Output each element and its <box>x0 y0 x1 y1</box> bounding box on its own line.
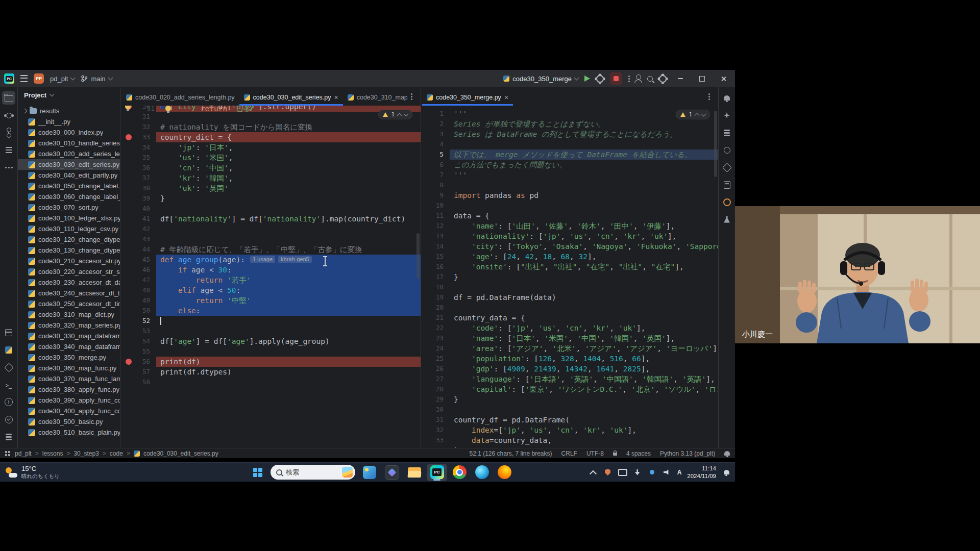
code-line[interactable]: 26 'gdp': [4909, 21439, 14342, 1641, 282… <box>421 364 718 374</box>
breadcrumb-item[interactable]: lessons <box>42 450 63 457</box>
edge-taskbar-icon[interactable] <box>472 464 492 481</box>
jupyter-tool-icon[interactable] <box>720 195 733 209</box>
project-file[interactable]: code30_250_accesor_dt_timedelta.py <box>18 298 120 309</box>
code-line[interactable]: 21country_data = { <box>421 313 718 323</box>
project-file[interactable]: code30_230_accesor_dt_datetime.py <box>18 277 120 288</box>
project-file[interactable]: code30_020_add_series_length.py <box>18 148 120 159</box>
code-with-me-icon[interactable] <box>636 74 641 80</box>
volume-status-tray-icon[interactable] <box>663 468 672 477</box>
editor-tab[interactable]: code30_310_map_dict <box>343 89 407 106</box>
project-file[interactable]: __init__.py <box>18 116 120 127</box>
code-line[interactable]: 13 'nationality': ['jp', 'us', 'cn', 'kr… <box>421 231 718 241</box>
python-packages-tool-icon[interactable] <box>2 326 15 339</box>
code-line[interactable]: 24 'area': ['アジア', '北米', 'アジア', 'アジア', '… <box>421 343 718 354</box>
more-actions-kebab-icon[interactable] <box>628 78 630 80</box>
code-line[interactable]: 58 <box>120 377 421 387</box>
code-line[interactable]: 10 <box>421 201 718 211</box>
more-tool-windows-tool-icon[interactable] <box>2 161 15 174</box>
run-configuration-selector[interactable]: code30_350_merge <box>503 75 578 83</box>
project-file[interactable]: code30_310_map_dict.py <box>18 309 120 320</box>
todo-tool-icon[interactable] <box>2 413 15 426</box>
maximize-button[interactable] <box>694 72 709 85</box>
notifications-bell-icon[interactable] <box>724 451 730 456</box>
python-console-tool-icon[interactable] <box>2 343 15 357</box>
tool-windows-grid-icon[interactable] <box>5 451 7 453</box>
project-file[interactable]: code30_330_map_dataframe.py <box>18 331 120 341</box>
code-line[interactable]: 51 return '古参' <box>125 106 131 109</box>
project-file[interactable]: code30_340_map_dataframe_res.py <box>18 341 120 352</box>
breadcrumb-item[interactable]: code <box>110 450 123 457</box>
taskbar-clock[interactable]: 11:14 2024/11/09 <box>687 465 716 480</box>
code-line[interactable]: 16 'onsite': ["出社", "出社", "在宅", "出社", "在… <box>421 262 718 272</box>
ime-indicator[interactable]: A <box>677 469 682 476</box>
code-line[interactable]: 45def age_group(age):1 usagekbrah-gen5 <box>120 255 421 265</box>
code-line[interactable]: 48 elif age < 50: <box>120 285 421 295</box>
code-line[interactable]: 3Series は DataFrame の列として登場することになるだろう。 <box>421 129 718 139</box>
code-line[interactable]: 40 <box>120 204 421 214</box>
project-file[interactable]: code30_070_sort.py <box>18 202 120 213</box>
pull-requests-tool-icon[interactable] <box>2 126 15 139</box>
code-line[interactable]: 49 return '中堅' <box>120 295 421 306</box>
terminal-tool-icon[interactable] <box>2 378 15 391</box>
code-line[interactable]: 33country_dict = { <box>120 132 421 142</box>
project-file[interactable]: code30_380_apply_func.py <box>18 384 120 395</box>
code-line[interactable]: 27 'language': ['日本語', '英語', '中国語', '韓国語… <box>421 374 718 384</box>
code-line[interactable]: 12 'name': ['山田', '佐藤', '鈴木', '田中', '伊藤'… <box>421 221 718 231</box>
indent-widget[interactable]: 4 spaces <box>626 450 651 457</box>
code-line[interactable]: 42 <box>120 224 421 234</box>
minimize-button[interactable] <box>673 72 688 85</box>
breadcrumb-item[interactable]: code30_030_edit_series.py <box>143 450 218 457</box>
code-line[interactable]: 36 'cn': '中国', <box>120 163 421 173</box>
tab-options-kebab-icon[interactable] <box>407 91 416 102</box>
project-file[interactable]: code30_320_map_series.py <box>18 320 120 331</box>
close-tab-icon[interactable]: × <box>334 94 338 101</box>
tab-options-kebab-icon[interactable] <box>704 91 714 102</box>
code-line[interactable]: 22 'code': ['jp', 'us', 'cn', 'kr', 'uk'… <box>421 323 718 333</box>
code-line[interactable]: 35 'us': '米国', <box>120 153 421 163</box>
code-line[interactable]: 14 'city': ['Tokyo', 'Osaka', 'Nagoya', … <box>421 241 718 252</box>
code-line[interactable]: 5以下では、 merge メソッドを使って DataFrame を結合している。 <box>421 149 718 160</box>
code-line[interactable]: 19df = pd.DataFrame(data) <box>421 292 718 303</box>
main-menu-icon[interactable] <box>20 75 28 82</box>
next-problem-icon[interactable] <box>701 111 706 116</box>
run-button[interactable] <box>584 76 590 82</box>
code-line[interactable]: 6この方法でもまったく問題ない。 <box>421 160 718 170</box>
code-editor-left[interactable]: 30df['city'] = df['city'].str.upper()313… <box>120 106 421 448</box>
project-file[interactable]: code30_000_index.py <box>18 127 120 138</box>
project-file[interactable]: code30_360_map_func.py <box>18 363 120 373</box>
prev-problem-icon[interactable] <box>397 113 402 118</box>
breakpoint-icon[interactable] <box>126 134 132 140</box>
code-line[interactable]: 11data = { <box>421 211 718 221</box>
code-line[interactable]: 47 return '若手' <box>120 275 421 285</box>
editor-tab[interactable]: code30_030_edit_series.py× <box>239 89 343 106</box>
project-tool-icon[interactable] <box>2 91 15 105</box>
code-line[interactable]: 43 <box>120 234 421 244</box>
chrome-taskbar-icon[interactable] <box>449 464 470 481</box>
breakpoint-icon[interactable] <box>126 359 132 365</box>
code-editor-right[interactable]: 1'''2Series が単独で登場することはまずない。3Series は Da… <box>421 106 718 448</box>
gradle-tool-icon[interactable] <box>720 143 733 157</box>
read-only-lock-icon[interactable] <box>613 453 617 456</box>
display-settings-tray-icon[interactable] <box>618 468 627 477</box>
taskbar-search-box[interactable]: 検索 <box>271 465 355 480</box>
code-line[interactable]: 32 index=['jp', 'us', 'cn', 'kr', 'uk'], <box>421 425 718 435</box>
code-line[interactable]: 7''' <box>421 170 718 180</box>
project-file[interactable]: code30_210_accesor_str.py <box>18 256 120 266</box>
code-line[interactable]: 9import pandas as pd <box>421 190 718 201</box>
stop-button[interactable] <box>610 72 622 85</box>
code-line[interactable]: 30 <box>421 405 718 415</box>
project-folder-results[interactable]: results <box>18 106 120 116</box>
project-file[interactable]: code30_060_change_label_add_del.py <box>18 191 120 202</box>
code-line[interactable]: 34 'jp': '日本', <box>120 142 421 153</box>
version-control-tool-icon[interactable] <box>2 430 15 443</box>
download-status-tray-icon[interactable] <box>633 468 642 477</box>
project-file[interactable]: code30_040_edit_partly.py <box>18 170 120 181</box>
code-line[interactable]: 55 <box>120 346 421 357</box>
encoding-widget[interactable]: UTF-8 <box>586 450 604 457</box>
firefox-taskbar-icon[interactable] <box>494 464 514 481</box>
close-button[interactable] <box>716 72 731 85</box>
code-line[interactable]: 53 <box>120 326 421 336</box>
file-explorer-taskbar-icon[interactable] <box>404 464 425 481</box>
sciview-tool-icon[interactable] <box>720 213 733 226</box>
code-line[interactable]: 8 <box>421 180 718 190</box>
